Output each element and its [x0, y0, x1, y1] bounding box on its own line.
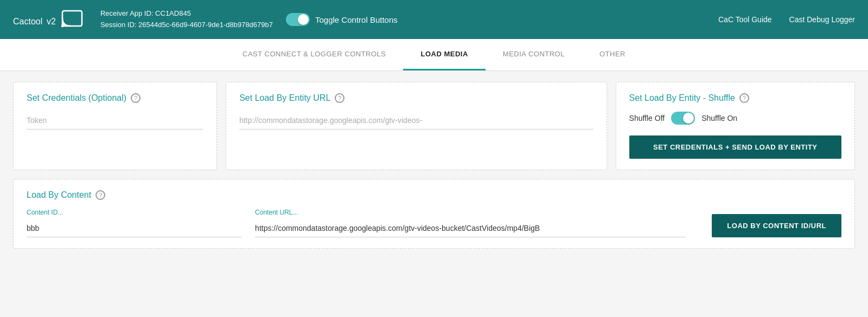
cast-debug-logger-link[interactable]: Cast Debug Logger	[789, 15, 855, 24]
token-input[interactable]	[27, 112, 203, 130]
top-row: Set Credentials (Optional) ? Set Load By…	[13, 82, 855, 170]
session-id: 26544d5c-66d9-4607-9de1-d8b978d679b7	[138, 21, 273, 29]
credentials-help-icon[interactable]: ?	[131, 93, 141, 103]
content-url-input[interactable]	[255, 219, 686, 237]
shuffle-card-title: Set Load By Entity - Shuffle ?	[629, 93, 841, 103]
content-url-group: Content URL...	[255, 209, 686, 237]
cac-tool-guide-link[interactable]: CaC Tool Guide	[718, 15, 772, 24]
svg-rect-0	[62, 11, 82, 26]
entity-url-help-icon[interactable]: ?	[335, 93, 344, 103]
receiver-app-info: Receiver App ID: CC1AD845	[100, 8, 273, 20]
entity-url-title-text: Set Load By Entity URL	[239, 93, 330, 103]
tab-cast-connect[interactable]: CAST CONNECT & LOGGER CONTROLS	[225, 39, 403, 70]
tab-media-control[interactable]: MEDIA CONTROL	[486, 39, 582, 70]
tab-load-media[interactable]: LOAD MEDIA	[403, 39, 485, 70]
main-content: Set Credentials (Optional) ? Set Load By…	[0, 71, 868, 260]
entity-url-card: Set Load By Entity URL ?	[226, 82, 607, 170]
credentials-card: Set Credentials (Optional) ?	[13, 82, 217, 170]
content-id-label: Content ID...	[27, 209, 242, 216]
shuffle-on-label: Shuffle On	[701, 114, 737, 122]
logo-name: Cactool	[13, 17, 42, 26]
send-load-by-entity-button[interactable]: SET CREDENTIALS + SEND LOAD BY ENTITY	[629, 135, 841, 159]
shuffle-off-label: Shuffle Off	[629, 114, 665, 122]
load-content-help-icon[interactable]: ?	[95, 190, 105, 200]
load-content-card: Load By Content ? Content ID... Content …	[13, 179, 855, 249]
receiver-app-id: CC1AD845	[155, 9, 191, 17]
load-btn-area: LOAD BY CONTENT ID/URL	[712, 214, 841, 237]
shuffle-toggle[interactable]	[671, 112, 695, 125]
logo-text: Cactool v2	[13, 11, 56, 28]
session-label: Session ID:	[100, 21, 136, 29]
content-id-group: Content ID...	[27, 209, 242, 237]
credentials-title-text: Set Credentials (Optional)	[27, 93, 126, 103]
cast-icon	[61, 10, 83, 29]
logo-version: v2	[47, 17, 56, 26]
shuffle-help-icon[interactable]: ?	[739, 93, 749, 103]
load-content-title-text: Load By Content	[27, 190, 91, 200]
shuffle-card: Set Load By Entity - Shuffle ? Shuffle O…	[616, 82, 855, 170]
toggle-control-buttons[interactable]	[286, 13, 310, 26]
entity-url-card-title: Set Load By Entity URL ?	[239, 93, 593, 103]
shuffle-toggle-row: Shuffle Off Shuffle On	[629, 112, 841, 125]
credentials-card-title: Set Credentials (Optional) ?	[27, 93, 203, 103]
toggle-control-area: Toggle Control Buttons	[286, 13, 398, 26]
content-id-input[interactable]	[27, 219, 242, 237]
tab-other[interactable]: OTHER	[582, 39, 643, 70]
session-info: Session ID: 26544d5c-66d9-4607-9de1-d8b9…	[100, 20, 273, 31]
main-nav-tabs: CAST CONNECT & LOGGER CONTROLS LOAD MEDI…	[0, 39, 868, 71]
load-content-title: Load By Content ?	[27, 190, 841, 200]
receiver-app-label: Receiver App ID:	[100, 9, 154, 17]
header-info: Receiver App ID: CC1AD845 Session ID: 26…	[100, 8, 273, 31]
entity-url-input[interactable]	[239, 112, 593, 130]
header-nav: CaC Tool Guide Cast Debug Logger	[718, 15, 855, 24]
toggle-control-label: Toggle Control Buttons	[315, 15, 398, 24]
shuffle-title-text: Set Load By Entity - Shuffle	[629, 93, 735, 103]
logo-area: Cactool v2	[13, 10, 83, 29]
load-content-button[interactable]: LOAD BY CONTENT ID/URL	[712, 214, 841, 237]
content-url-label: Content URL...	[255, 209, 686, 216]
bottom-row: Load By Content ? Content ID... Content …	[13, 179, 855, 249]
app-header: Cactool v2 Receiver App ID: CC1AD845 Ses…	[0, 0, 868, 39]
